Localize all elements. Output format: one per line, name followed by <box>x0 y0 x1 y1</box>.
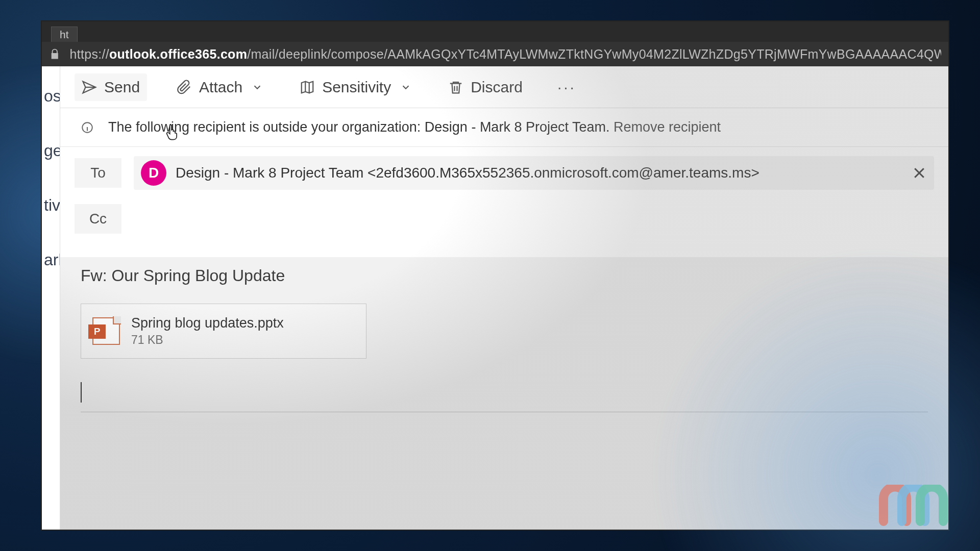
external-recipient-tip: The following recipient is outside your … <box>60 108 948 147</box>
attachments-area: P Spring blog updates.pptx 71 KB <box>60 299 948 374</box>
watermark-logo <box>873 485 949 531</box>
powerpoint-icon: P <box>92 317 120 345</box>
lock-icon <box>49 48 61 60</box>
send-icon <box>82 80 97 95</box>
recipient-fields: To D Design - Mark 8 Project Team <2efd3… <box>60 147 948 257</box>
subject-input[interactable] <box>81 266 928 285</box>
url-text: https://outlook.office365.com/mail/deepl… <box>70 47 941 62</box>
discard-button[interactable]: Discard <box>441 73 530 101</box>
message-body-input[interactable] <box>81 380 928 412</box>
more-actions-button[interactable]: ··· <box>552 77 581 98</box>
body-area <box>60 374 948 530</box>
cc-button[interactable]: Cc <box>75 204 121 234</box>
cc-row: Cc <box>75 196 934 242</box>
to-row: To D Design - Mark 8 Project Team <2efd3… <box>75 150 934 196</box>
tip-message: The following recipient is outside your … <box>108 119 614 135</box>
chevron-down-icon <box>400 82 411 93</box>
sensitivity-icon <box>300 80 315 95</box>
compose-toolbar: Send Attach Sensitivity <box>60 66 948 108</box>
sensitivity-button[interactable]: Sensitivity <box>292 73 419 101</box>
paperclip-icon <box>177 80 192 95</box>
browser-window: ht https://outlook.office365.com/mail/de… <box>41 20 949 531</box>
tab-strip: ht <box>42 21 948 42</box>
cc-input[interactable] <box>134 215 934 223</box>
recipient-text: Design - Mark 8 Project Team <2efd3600.M… <box>176 165 902 181</box>
recipient-chip[interactable]: D Design - Mark 8 Project Team <2efd3600… <box>134 156 934 190</box>
attachment-size: 71 KB <box>131 333 284 347</box>
send-button[interactable]: Send <box>75 73 147 101</box>
avatar: D <box>141 160 166 186</box>
chevron-down-icon <box>252 82 263 93</box>
compose-pane: Send Attach Sensitivity <box>60 66 948 530</box>
subject-row <box>60 257 948 299</box>
attachment-card[interactable]: P Spring blog updates.pptx 71 KB <box>81 304 366 359</box>
text-caret <box>81 382 82 403</box>
address-bar[interactable]: https://outlook.office365.com/mail/deepl… <box>42 42 948 66</box>
close-icon <box>912 165 927 181</box>
trash-icon <box>448 80 463 95</box>
remove-recipient-button[interactable] <box>912 165 927 181</box>
attach-button[interactable]: Attach <box>169 73 270 101</box>
content-area: oso ge tiv ark Send Attach <box>42 66 948 530</box>
left-pane-sliver: oso ge tiv ark <box>42 66 60 530</box>
info-icon <box>81 121 94 134</box>
attachment-name: Spring blog updates.pptx <box>131 315 284 331</box>
browser-tab[interactable]: ht <box>51 27 78 42</box>
to-button[interactable]: To <box>75 158 121 188</box>
remove-recipient-link[interactable]: Remove recipient <box>614 119 721 135</box>
